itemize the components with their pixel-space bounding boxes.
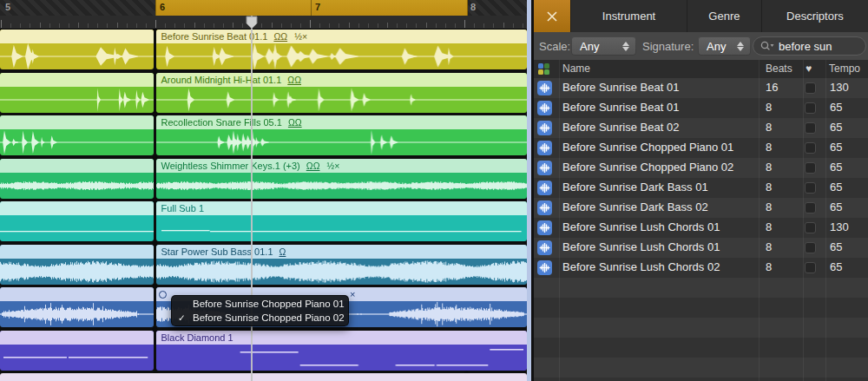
column-divider[interactable] — [825, 60, 826, 381]
column-divider[interactable] — [803, 60, 804, 381]
name-column-header[interactable]: Name — [562, 62, 590, 75]
popup-menu-item[interactable]: ✓Before Sunrise Chopped Piano 02 — [172, 311, 348, 325]
audio-loop-icon[interactable] — [537, 101, 552, 115]
beat-ruler[interactable] — [0, 16, 527, 30]
track-row: Before Sunrise Beat 01.1ΩΩ½× — [0, 30, 527, 69]
loop-name: Before Sunrise Lush Chords 01 — [562, 240, 720, 253]
region-header[interactable]: Around Midnight Hi-Hat 01.1ΩΩ — [156, 73, 528, 87]
loop-row[interactable]: Before Sunrise Beat 02865 — [534, 118, 868, 138]
favorite-checkbox[interactable] — [805, 142, 816, 154]
tab-instrument[interactable]: Instrument — [570, 0, 687, 32]
playhead-marker[interactable] — [246, 16, 258, 30]
audio-loop-icon[interactable] — [537, 181, 552, 195]
audio-loop-icon[interactable] — [537, 141, 552, 155]
tab-descriptors[interactable]: Descriptors — [761, 0, 868, 32]
audio-region-left[interactable] — [0, 201, 154, 241]
loop-row[interactable]: Before Sunrise Chopped Piano 01865 — [534, 138, 868, 158]
region-waveform — [156, 43, 528, 69]
ruler-tick — [88, 23, 89, 28]
audio-region-right[interactable]: Weightless Shimmer Keys.1 (+3)ΩΩ½× — [156, 159, 528, 199]
audio-region-right[interactable]: Around Midnight Hi-Hat 01.1ΩΩ — [156, 73, 528, 113]
loop-row[interactable]: Before Sunrise Dark Bass 02865 — [534, 198, 868, 218]
ruler-tick — [474, 23, 475, 28]
audio-region-right[interactable]: Full Sub 1 — [156, 201, 528, 241]
speed-badge-fragment: × — [350, 289, 355, 299]
tempo-column-header[interactable]: Tempo — [829, 62, 860, 75]
region-header[interactable]: Star Power Sub Bass 01.1Ω — [156, 245, 528, 259]
tab-genre[interactable]: Genre — [687, 0, 761, 32]
region-header[interactable]: Recollection Snare Fills 05.1ΩΩ — [156, 115, 528, 129]
loop-beats: 8 — [766, 240, 772, 253]
audio-loop-icon[interactable] — [537, 81, 552, 95]
favorite-checkbox[interactable] — [805, 182, 816, 194]
favorite-checkbox[interactable] — [805, 222, 816, 233]
audio-region-left[interactable] — [0, 245, 154, 285]
loop-row[interactable]: Before Sunrise Beat 01865 — [534, 98, 868, 118]
loop-tempo: 65 — [830, 240, 842, 253]
ruler-tick — [30, 23, 30, 28]
search-input[interactable]: before sun — [753, 36, 866, 56]
popup-item-label: Before Sunrise Chopped Piano 02 — [193, 312, 345, 323]
audio-region-right[interactable]: Recollection Snare Fills 05.1ΩΩ — [156, 115, 528, 155]
favorite-checkbox[interactable] — [805, 82, 816, 94]
loop-row[interactable]: Before Sunrise Beat 0116130 — [534, 78, 868, 98]
loop-beats: 8 — [766, 200, 772, 213]
audio-region-left[interactable] — [0, 30, 154, 69]
region-header[interactable] — [0, 287, 154, 301]
audio-region-left[interactable] — [0, 73, 154, 113]
loop-beats: 8 — [766, 260, 772, 273]
loop-row[interactable]: Before Sunrise Dark Bass 01865 — [534, 178, 868, 198]
loop-row[interactable]: Before Sunrise Lush Chords 01865 — [534, 238, 868, 258]
audio-loop-icon[interactable] — [537, 260, 552, 275]
ruler-tick — [406, 23, 407, 28]
region-header[interactable]: Full Sub 1 — [156, 201, 528, 215]
region-header[interactable]: Weightless Shimmer Keys.1 (+3)ΩΩ½× — [156, 159, 528, 173]
column-divider[interactable] — [759, 60, 760, 381]
loop-packs-grid-icon[interactable] — [538, 63, 549, 75]
favorite-checkbox[interactable] — [805, 242, 816, 253]
favorite-checkbox[interactable] — [805, 202, 816, 213]
ruler-tick — [40, 23, 41, 28]
audio-region-left[interactable] — [0, 331, 154, 371]
region-header[interactable] — [0, 30, 154, 43]
audio-loop-icon[interactable] — [537, 161, 552, 175]
ruler-tick — [146, 23, 147, 28]
region-header[interactable] — [0, 73, 154, 87]
audio-region-left[interactable] — [0, 159, 154, 199]
region-header[interactable] — [0, 115, 154, 129]
audio-loop-icon[interactable] — [537, 200, 552, 215]
region-waveform — [156, 259, 528, 285]
loop-row[interactable]: Before Sunrise Lush Chords 018130 — [534, 218, 868, 238]
scale-dropdown[interactable]: Any — [571, 36, 636, 56]
region-header[interactable]: Before Sunrise Beat 01.1ΩΩ½× — [156, 30, 528, 43]
ruler-tick — [281, 23, 282, 28]
popup-menu-item[interactable]: Before Sunrise Chopped Piano 01 — [172, 297, 348, 311]
loop-row[interactable]: Before Sunrise Lush Chords 02865 — [534, 258, 868, 278]
scale-label: Scale: — [539, 40, 570, 53]
audio-region-right[interactable]: Before Sunrise Beat 01.1ΩΩ½× — [156, 30, 528, 69]
beats-column-header[interactable]: Beats — [766, 62, 792, 75]
cycle-region[interactable] — [155, 0, 468, 16]
favorite-checkbox[interactable] — [805, 102, 816, 114]
close-browser-button[interactable] — [534, 0, 570, 32]
audio-loop-icon[interactable] — [537, 240, 552, 255]
region-header[interactable]: Black Diamond 1 — [156, 331, 528, 345]
region-header[interactable] — [0, 331, 154, 345]
region-header[interactable] — [0, 159, 154, 173]
audio-region-left[interactable] — [0, 115, 154, 155]
region-header[interactable] — [0, 201, 154, 215]
next-track-region-strip[interactable] — [0, 373, 527, 381]
bar-ruler[interactable]: 5678 — [0, 0, 527, 16]
favorite-checkbox[interactable] — [805, 162, 816, 174]
audio-loop-icon[interactable] — [537, 220, 552, 235]
signature-dropdown[interactable]: Any — [698, 36, 751, 56]
favorites-column-heart-icon[interactable]: ♥ — [806, 62, 812, 75]
loop-row[interactable]: Before Sunrise Chopped Piano 02865 — [534, 158, 868, 178]
favorite-checkbox[interactable] — [805, 122, 816, 134]
audio-loop-icon[interactable] — [537, 121, 552, 135]
audio-region-left[interactable] — [0, 287, 154, 327]
audio-region-right[interactable]: Star Power Sub Bass 01.1Ω — [156, 245, 528, 285]
region-header[interactable] — [0, 245, 154, 259]
favorite-checkbox[interactable] — [805, 262, 816, 273]
audio-region-right[interactable]: Black Diamond 1 — [156, 331, 528, 371]
